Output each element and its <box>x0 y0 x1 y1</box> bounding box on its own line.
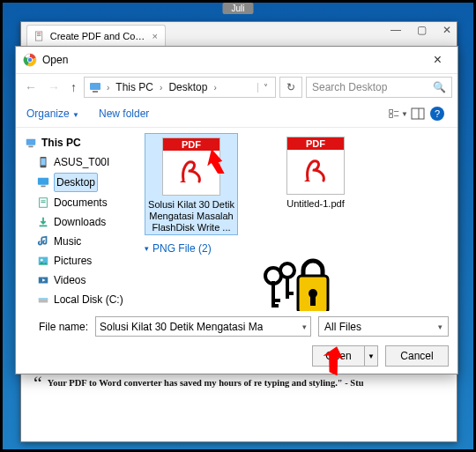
svg-rect-11 <box>390 115 393 118</box>
window-title-pill: Juli <box>222 3 253 14</box>
file-label: Solusi Kilat 30 Detik Mengatasi Masalah … <box>145 199 237 234</box>
svg-rect-21 <box>41 186 45 188</box>
pdf-thumbnail: PDF <box>162 137 220 196</box>
tree-item-desktop[interactable]: Desktop <box>25 172 136 193</box>
svg-rect-23 <box>41 200 45 201</box>
minimize-icon[interactable]: — <box>390 24 401 36</box>
adobe-pdf-icon <box>302 152 329 182</box>
maximize-icon[interactable]: ▢ <box>417 24 427 36</box>
tree-root-this-pc[interactable]: This PC <box>25 133 136 152</box>
svg-rect-25 <box>40 226 48 227</box>
svg-rect-17 <box>28 146 33 148</box>
organize-button[interactable]: Organize ▼ <box>26 107 79 120</box>
chevron-down-icon: ▾ <box>145 244 149 253</box>
forward-button: → <box>44 78 63 96</box>
group-header-png[interactable]: ▾ PNG File (2) <box>145 242 450 255</box>
chevron-right-icon[interactable]: › <box>157 83 165 93</box>
pdf-badge: PDF <box>287 137 344 150</box>
svg-point-27 <box>41 259 43 262</box>
tree-item[interactable]: Documents <box>25 193 136 212</box>
file-item[interactable]: PDF Untitled-1.pdf <box>270 133 361 235</box>
tree-item[interactable]: Videos <box>25 270 136 290</box>
pc-icon <box>88 80 102 94</box>
file-open-dialog: Open × ← → ↑ › This PC › Desktop › ˅ ↻ S… <box>15 46 458 374</box>
svg-rect-14 <box>412 108 424 119</box>
svg-marker-34 <box>180 180 186 182</box>
chevron-down-icon: ▼ <box>72 111 79 119</box>
refresh-button[interactable]: ↻ <box>279 77 302 98</box>
new-folder-button[interactable]: New folder <box>99 107 149 120</box>
breadcrumb-dropdown[interactable]: ˅ <box>257 83 273 93</box>
chevron-down-icon[interactable]: ▾ <box>302 322 307 331</box>
file-pane[interactable]: PDF Solusi Kilat 30 Detik Mengatasi Masa… <box>138 128 457 311</box>
quote-icon: “ <box>33 377 42 389</box>
help-icon: ? <box>430 107 444 121</box>
chrome-icon <box>23 53 37 67</box>
page-icon <box>34 30 45 42</box>
svg-rect-10 <box>390 109 393 113</box>
open-dropdown[interactable]: ▼ <box>364 345 378 367</box>
breadcrumb[interactable]: › This PC › Desktop › ˅ <box>84 77 276 98</box>
view-options-button[interactable]: ▼ <box>389 104 408 123</box>
testimonial: “ Your PDF to Word converter has saved m… <box>33 377 444 389</box>
svg-point-7 <box>28 58 32 62</box>
up-button[interactable]: ↑ <box>67 78 80 96</box>
help-button[interactable]: ? <box>428 104 447 123</box>
preview-pane-button[interactable] <box>408 104 428 123</box>
breadcrumb-seg[interactable]: This PC <box>112 81 157 93</box>
svg-rect-3 <box>37 35 41 36</box>
svg-rect-13 <box>394 115 398 116</box>
dialog-close-icon[interactable]: × <box>425 52 450 68</box>
svg-rect-24 <box>41 202 45 203</box>
tree-item[interactable]: Music <box>25 232 136 251</box>
testimonial-text: Your PDF to Word converter has saved my … <box>48 377 364 389</box>
svg-rect-8 <box>90 83 100 90</box>
svg-rect-16 <box>26 139 36 145</box>
desktop-icon <box>37 176 49 189</box>
cancel-button[interactable]: Cancel <box>385 345 449 367</box>
tab-title: Create PDF and Convert P <box>50 31 147 41</box>
tree-item[interactable]: Pictures <box>25 251 136 270</box>
back-button[interactable]: ← <box>21 78 41 96</box>
drive-icon <box>37 293 49 306</box>
dialog-body: This PC ASUS_T00I Desktop Documents Down… <box>16 128 457 311</box>
svg-rect-39 <box>310 295 316 306</box>
svg-rect-43 <box>271 304 279 308</box>
pdf-thumbnail: PDF <box>286 137 345 195</box>
pc-icon <box>25 137 37 149</box>
chevron-right-icon[interactable]: › <box>211 83 219 93</box>
open-button[interactable]: Open <box>312 345 364 367</box>
keys-lock-icon[interactable] <box>256 258 335 311</box>
dialog-title: Open <box>42 54 425 66</box>
tree-item[interactable]: Local Disk (C:) <box>25 290 136 309</box>
phone-icon <box>37 156 49 168</box>
file-item-selected[interactable]: PDF Solusi Kilat 30 Detik Mengatasi Masa… <box>145 133 238 235</box>
search-placeholder: Search Desktop <box>312 81 387 93</box>
tab-close-icon[interactable]: × <box>152 31 158 41</box>
documents-icon <box>37 196 49 209</box>
browser-tab[interactable]: Create PDF and Convert P × <box>26 25 166 47</box>
chevron-down-icon: ▾ <box>438 322 443 331</box>
open-button-group: Open ▼ <box>312 345 378 367</box>
adobe-pdf-icon <box>178 153 205 183</box>
svg-rect-41 <box>271 281 275 308</box>
pdf-badge: PDF <box>163 138 219 151</box>
file-label: Untitled-1.pdf <box>270 198 361 209</box>
tree-item[interactable]: Downloads <box>25 212 136 232</box>
window-controls: — ▢ ✕ <box>390 24 451 36</box>
chevron-down-icon: ▼ <box>368 352 375 360</box>
toolbar: Organize ▼ New folder ▼ ? <box>16 100 457 128</box>
breadcrumb-seg[interactable]: Desktop <box>165 81 211 93</box>
svg-rect-45 <box>286 276 289 299</box>
search-icon: 🔍 <box>433 81 446 93</box>
svg-rect-1 <box>37 33 41 33</box>
search-input[interactable]: Search Desktop 🔍 <box>306 77 452 98</box>
pictures-icon <box>37 255 49 267</box>
svg-rect-12 <box>394 111 398 112</box>
dialog-titlebar: Open × <box>16 47 457 74</box>
tree-item[interactable]: ASUS_T00I <box>25 152 136 172</box>
chevron-right-icon[interactable]: › <box>104 83 112 93</box>
filename-input[interactable]: Solusi Kilat 30 Detik Mengatasi Ma ▾ <box>95 316 311 337</box>
close-icon[interactable]: ✕ <box>443 24 451 36</box>
file-type-filter[interactable]: All Files ▾ <box>318 316 449 337</box>
